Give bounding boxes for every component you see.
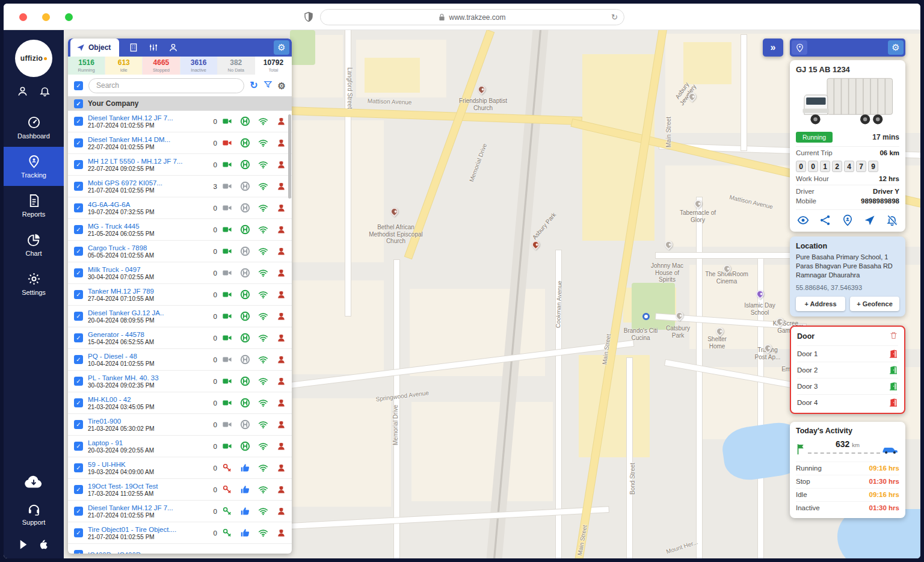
driver-icon[interactable]: [276, 354, 286, 365]
filter-funnel-icon[interactable]: [263, 80, 273, 91]
vehicle-name[interactable]: PL - Tanker MH. 40. 33: [88, 374, 208, 382]
status-filter-stopped[interactable]: 4665Stopped: [143, 57, 179, 75]
camera-icon[interactable]: [222, 268, 232, 278]
vehicle-row[interactable]: MH 12 LT 5550 - MH.12 JF 7...22-07-2024 …: [68, 154, 292, 176]
vehicle-row[interactable]: 59 - UI-HHK19-03-2024 04:09:00 AM0: [68, 457, 292, 479]
map-pin-marker[interactable]: [530, 239, 541, 250]
history-icon[interactable]: [240, 311, 250, 321]
thumbs-up-icon[interactable]: [240, 463, 250, 473]
vehicle-row[interactable]: Tire Object01 - Tire Object....21-07-202…: [68, 522, 292, 544]
user-icon[interactable]: [17, 85, 28, 97]
history-icon[interactable]: [240, 159, 250, 170]
vehicle-name[interactable]: Diesel Tanker MH.12 JF 7...: [88, 114, 208, 122]
vehicle-name[interactable]: Diesel Tanker MH.14 DM...: [88, 135, 208, 144]
camera-icon[interactable]: [222, 138, 232, 148]
vehicle-name[interactable]: 59 - UI-HHK: [88, 460, 208, 469]
vehicle-row[interactable]: Diesel Tanker MH.12 JF 7...21-07-2024 01…: [68, 111, 292, 132]
vehicle-name[interactable]: 19Oct Test- 19Oct Test: [88, 482, 208, 490]
vehicle-name[interactable]: PQ - Diesel - 48: [88, 352, 208, 360]
vehicle-row[interactable]: IC400D - IC400D: [68, 544, 292, 554]
vehicle-row[interactable]: PQ - Diesel - 4810-04-2024 01:02:55 PM0: [68, 349, 292, 371]
company-checkbox[interactable]: [74, 99, 83, 108]
sidebar-item-settings[interactable]: Settings: [4, 264, 64, 303]
trash-icon[interactable]: [889, 331, 898, 342]
driver-icon[interactable]: [276, 376, 286, 386]
camera-icon[interactable]: [222, 159, 232, 170]
vehicle-checkbox[interactable]: [74, 117, 83, 126]
camera-icon[interactable]: [222, 398, 232, 408]
door-row[interactable]: Door 3: [797, 378, 898, 394]
vehicle-row[interactable]: Tire01-90021-03-2024 05:30:02 PM0: [68, 414, 292, 436]
vehicle-checkbox[interactable]: [74, 528, 83, 537]
navigate-icon[interactable]: [864, 214, 876, 226]
signal-icon[interactable]: [258, 506, 268, 516]
reload-icon[interactable]: ↻: [611, 13, 618, 22]
vehicle-checkbox[interactable]: [74, 333, 83, 342]
signal-icon[interactable]: [258, 311, 268, 321]
vehicle-list-scrollbar[interactable]: [288, 114, 291, 199]
vehicle-row[interactable]: Cargo Truck - 789805-05-2024 01:02:55 AM…: [68, 241, 292, 262]
panel-settings-gear-button[interactable]: ⚙: [274, 40, 289, 55]
vehicle-checkbox[interactable]: [74, 420, 83, 429]
camera-icon[interactable]: [222, 311, 232, 321]
driver-icon[interactable]: [276, 159, 286, 170]
history-icon[interactable]: [240, 441, 250, 451]
history-icon[interactable]: [240, 138, 250, 148]
building-tab-icon[interactable]: [129, 43, 138, 52]
vehicle-name[interactable]: Generator - 44578: [88, 330, 208, 339]
vehicle-name[interactable]: MH-KL00 - 42: [88, 395, 208, 404]
door-row[interactable]: Door 2: [797, 362, 898, 378]
history-icon[interactable]: [240, 333, 250, 343]
vehicle-checkbox[interactable]: [74, 355, 83, 364]
status-filter-running[interactable]: 1516Running: [68, 57, 105, 75]
history-icon[interactable]: [240, 376, 250, 386]
history-icon[interactable]: [240, 268, 250, 278]
signal-icon[interactable]: [258, 268, 268, 278]
maximize-window-button[interactable]: [65, 13, 73, 21]
sidebar-item-reports[interactable]: Reports: [4, 186, 64, 225]
vehicle-name[interactable]: IC400D - IC400D: [88, 551, 208, 554]
signal-icon[interactable]: [258, 463, 268, 473]
status-filter-no-data[interactable]: 382No Data: [218, 57, 254, 75]
history-icon[interactable]: [240, 398, 250, 408]
vehicle-checkbox[interactable]: [74, 312, 83, 321]
vehicle-row[interactable]: 19Oct Test- 19Oct Test17-03-2024 11:02:5…: [68, 479, 292, 501]
notifications-bell-icon[interactable]: [39, 85, 51, 97]
camera-icon[interactable]: [222, 441, 232, 451]
signal-icon[interactable]: [258, 181, 268, 191]
vehicle-row[interactable]: Diesel Tanker MH.12 JF 7...21-07-2024 01…: [68, 501, 292, 522]
vehicle-checkbox[interactable]: [74, 268, 83, 277]
vehicle-checkbox[interactable]: [74, 203, 83, 212]
vehicle-name[interactable]: Tire Object01 - Tire Object....: [88, 525, 208, 534]
share-icon[interactable]: [819, 214, 831, 226]
history-icon[interactable]: [240, 419, 250, 430]
sidebar-item-support[interactable]: Support: [4, 494, 64, 533]
signal-icon[interactable]: [258, 138, 268, 148]
notification-off-icon[interactable]: [886, 214, 898, 226]
vehicle-checkbox[interactable]: [74, 485, 83, 494]
map-pin-marker[interactable]: [389, 206, 399, 217]
camera-icon[interactable]: [222, 224, 232, 235]
vehicle-checkbox[interactable]: [74, 550, 83, 554]
driver-icon[interactable]: [276, 246, 286, 256]
status-filter-total[interactable]: 10792Total: [255, 57, 292, 75]
driver-icon[interactable]: [276, 463, 286, 473]
signal-icon[interactable]: [258, 333, 268, 343]
driver-icon[interactable]: [276, 203, 286, 213]
driver-icon[interactable]: [276, 311, 286, 321]
ignition-key-icon[interactable]: [222, 484, 232, 495]
vehicle-checkbox[interactable]: [74, 290, 83, 299]
thumbs-up-icon[interactable]: [240, 484, 250, 495]
shield-icon[interactable]: [303, 11, 314, 22]
vehicle-checkbox[interactable]: [74, 398, 83, 407]
apple-icon[interactable]: [38, 539, 49, 550]
select-all-checkbox[interactable]: [74, 81, 83, 90]
driver-icon[interactable]: [276, 268, 286, 278]
vehicle-row[interactable]: MG - Truck 444521-05-2024 06:02:55 PM0: [68, 219, 292, 241]
driver-tab-icon[interactable]: [168, 43, 178, 52]
vehicle-name[interactable]: 4G-6A-4G-6A: [88, 200, 208, 209]
company-group-row[interactable]: Your Company: [68, 96, 292, 111]
status-filter-idle[interactable]: 613Idle: [105, 57, 142, 75]
driver-icon[interactable]: [276, 181, 286, 191]
vehicle-checkbox[interactable]: [74, 463, 83, 472]
